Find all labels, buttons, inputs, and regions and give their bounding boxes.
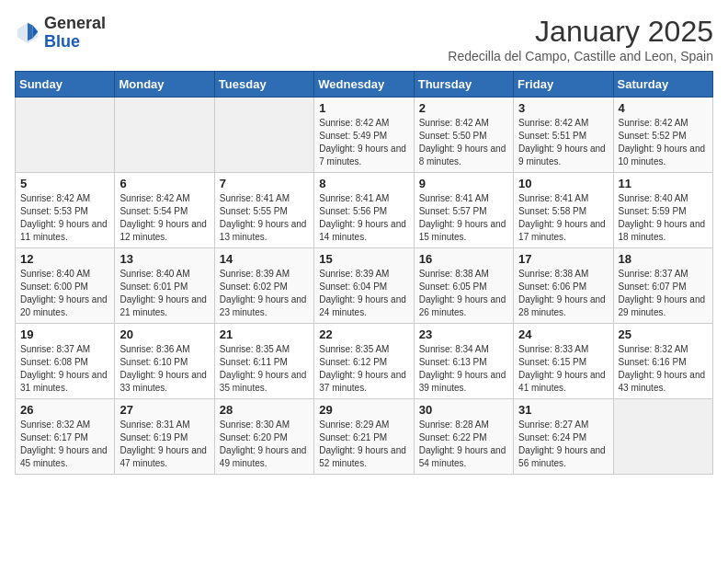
day-number: 8 — [319, 177, 408, 190]
day-cell: 18Sunrise: 8:37 AMSunset: 6:07 PMDayligh… — [613, 248, 712, 324]
day-number: 25 — [619, 327, 708, 341]
day-cell: 8Sunrise: 8:41 AMSunset: 5:56 PMDaylight… — [314, 173, 414, 248]
day-cell: 14Sunrise: 8:39 AMSunset: 6:02 PMDayligh… — [214, 248, 313, 324]
week-row-1: 1Sunrise: 8:42 AMSunset: 5:49 PMDaylight… — [16, 98, 713, 173]
day-number: 2 — [419, 101, 508, 115]
day-number: 27 — [119, 403, 209, 417]
day-cell: 17Sunrise: 8:38 AMSunset: 6:06 PMDayligh… — [514, 248, 613, 324]
day-info: Sunrise: 8:31 AMSunset: 6:19 PMDaylight:… — [119, 419, 209, 470]
day-info: Sunrise: 8:37 AMSunset: 6:07 PMDaylight:… — [619, 268, 708, 319]
day-cell: 4Sunrise: 8:42 AMSunset: 5:52 PMDaylight… — [613, 98, 712, 173]
day-cell: 21Sunrise: 8:35 AMSunset: 6:11 PMDayligh… — [214, 324, 313, 399]
day-info: Sunrise: 8:40 AMSunset: 6:01 PMDaylight:… — [119, 268, 209, 319]
day-cell: 27Sunrise: 8:31 AMSunset: 6:19 PMDayligh… — [115, 399, 214, 475]
day-info: Sunrise: 8:42 AMSunset: 5:54 PMDaylight:… — [119, 192, 209, 244]
column-header-thursday: Thursday — [414, 72, 513, 98]
day-info: Sunrise: 8:28 AMSunset: 6:22 PMDaylight:… — [419, 419, 508, 470]
title-block: January 2025 Redecilla del Campo, Castil… — [448, 15, 713, 63]
day-number: 5 — [20, 177, 109, 190]
day-cell — [16, 98, 115, 173]
week-row-5: 26Sunrise: 8:32 AMSunset: 6:17 PMDayligh… — [16, 399, 713, 475]
day-info: Sunrise: 8:41 AMSunset: 5:56 PMDaylight:… — [319, 192, 408, 244]
day-cell: 30Sunrise: 8:28 AMSunset: 6:22 PMDayligh… — [414, 399, 513, 475]
day-cell: 5Sunrise: 8:42 AMSunset: 5:53 PMDaylight… — [16, 173, 115, 248]
day-number: 22 — [319, 327, 408, 341]
day-info: Sunrise: 8:40 AMSunset: 6:00 PMDaylight:… — [20, 268, 109, 319]
week-row-3: 12Sunrise: 8:40 AMSunset: 6:00 PMDayligh… — [16, 248, 713, 324]
day-cell: 22Sunrise: 8:35 AMSunset: 6:12 PMDayligh… — [314, 324, 414, 399]
column-header-friday: Friday — [514, 72, 613, 98]
day-number: 31 — [518, 403, 608, 417]
week-row-4: 19Sunrise: 8:37 AMSunset: 6:08 PMDayligh… — [16, 324, 713, 399]
day-info: Sunrise: 8:34 AMSunset: 6:13 PMDaylight:… — [419, 343, 508, 395]
day-number: 23 — [419, 327, 508, 341]
logo-text: General Blue — [44, 15, 106, 52]
day-number: 18 — [619, 252, 708, 266]
day-cell: 19Sunrise: 8:37 AMSunset: 6:08 PMDayligh… — [16, 324, 115, 399]
day-info: Sunrise: 8:37 AMSunset: 6:08 PMDaylight:… — [20, 343, 109, 395]
column-header-wednesday: Wednesday — [314, 72, 414, 98]
day-cell: 9Sunrise: 8:41 AMSunset: 5:57 PMDaylight… — [414, 173, 513, 248]
day-number: 21 — [220, 327, 309, 341]
day-info: Sunrise: 8:27 AMSunset: 6:24 PMDaylight:… — [518, 419, 608, 470]
day-cell: 3Sunrise: 8:42 AMSunset: 5:51 PMDaylight… — [514, 98, 613, 173]
day-cell: 10Sunrise: 8:41 AMSunset: 5:58 PMDayligh… — [514, 173, 613, 248]
day-info: Sunrise: 8:42 AMSunset: 5:51 PMDaylight:… — [518, 117, 608, 168]
day-info: Sunrise: 8:39 AMSunset: 6:02 PMDaylight:… — [220, 268, 309, 319]
day-number: 4 — [619, 101, 708, 115]
day-cell: 23Sunrise: 8:34 AMSunset: 6:13 PMDayligh… — [414, 324, 513, 399]
day-cell: 25Sunrise: 8:32 AMSunset: 6:16 PMDayligh… — [613, 324, 712, 399]
day-cell — [115, 98, 214, 173]
column-header-sunday: Sunday — [16, 72, 115, 98]
day-number: 13 — [119, 252, 209, 266]
day-info: Sunrise: 8:32 AMSunset: 6:17 PMDaylight:… — [20, 419, 109, 470]
day-cell: 11Sunrise: 8:40 AMSunset: 5:59 PMDayligh… — [613, 173, 712, 248]
calendar-header: SundayMondayTuesdayWednesdayThursdayFrid… — [16, 72, 713, 98]
day-cell: 1Sunrise: 8:42 AMSunset: 5:49 PMDaylight… — [314, 98, 414, 173]
day-cell: 6Sunrise: 8:42 AMSunset: 5:54 PMDaylight… — [115, 173, 214, 248]
day-cell: 2Sunrise: 8:42 AMSunset: 5:50 PMDaylight… — [414, 98, 513, 173]
day-info: Sunrise: 8:36 AMSunset: 6:10 PMDaylight:… — [119, 343, 209, 395]
day-cell: 31Sunrise: 8:27 AMSunset: 6:24 PMDayligh… — [514, 399, 613, 475]
calendar-table: SundayMondayTuesdayWednesdayThursdayFrid… — [15, 71, 713, 475]
day-info: Sunrise: 8:35 AMSunset: 6:11 PMDaylight:… — [220, 343, 309, 395]
day-info: Sunrise: 8:39 AMSunset: 6:04 PMDaylight:… — [319, 268, 408, 319]
calendar-title: January 2025 — [448, 15, 713, 49]
day-number: 1 — [319, 101, 408, 115]
day-cell: 15Sunrise: 8:39 AMSunset: 6:04 PMDayligh… — [314, 248, 414, 324]
day-cell — [613, 399, 712, 475]
day-info: Sunrise: 8:32 AMSunset: 6:16 PMDaylight:… — [619, 343, 708, 395]
day-number: 14 — [220, 252, 309, 266]
day-info: Sunrise: 8:41 AMSunset: 5:55 PMDaylight:… — [220, 192, 309, 244]
column-header-tuesday: Tuesday — [214, 72, 313, 98]
day-info: Sunrise: 8:29 AMSunset: 6:21 PMDaylight:… — [319, 419, 408, 470]
day-number: 24 — [518, 327, 608, 341]
calendar-body: 1Sunrise: 8:42 AMSunset: 5:49 PMDaylight… — [16, 98, 713, 475]
day-number: 7 — [220, 177, 309, 190]
day-info: Sunrise: 8:41 AMSunset: 5:58 PMDaylight:… — [518, 192, 608, 244]
column-header-saturday: Saturday — [613, 72, 712, 98]
logo: General Blue — [15, 15, 106, 52]
day-cell — [214, 98, 313, 173]
day-info: Sunrise: 8:42 AMSunset: 5:50 PMDaylight:… — [419, 117, 508, 168]
day-cell: 26Sunrise: 8:32 AMSunset: 6:17 PMDayligh… — [16, 399, 115, 475]
day-number: 9 — [419, 177, 508, 190]
day-number: 3 — [518, 101, 608, 115]
day-cell: 28Sunrise: 8:30 AMSunset: 6:20 PMDayligh… — [214, 399, 313, 475]
header-row: SundayMondayTuesdayWednesdayThursdayFrid… — [16, 72, 713, 98]
day-cell: 20Sunrise: 8:36 AMSunset: 6:10 PMDayligh… — [115, 324, 214, 399]
day-info: Sunrise: 8:41 AMSunset: 5:57 PMDaylight:… — [419, 192, 508, 244]
day-cell: 13Sunrise: 8:40 AMSunset: 6:01 PMDayligh… — [115, 248, 214, 324]
day-number: 20 — [119, 327, 209, 341]
day-info: Sunrise: 8:40 AMSunset: 5:59 PMDaylight:… — [619, 192, 708, 244]
day-number: 17 — [518, 252, 608, 266]
day-number: 15 — [319, 252, 408, 266]
day-number: 26 — [20, 403, 109, 417]
day-number: 30 — [419, 403, 508, 417]
day-cell: 24Sunrise: 8:33 AMSunset: 6:15 PMDayligh… — [514, 324, 613, 399]
column-header-monday: Monday — [115, 72, 214, 98]
page-header: General Blue January 2025 Redecilla del … — [15, 15, 713, 63]
day-cell: 7Sunrise: 8:41 AMSunset: 5:55 PMDaylight… — [214, 173, 313, 248]
day-info: Sunrise: 8:35 AMSunset: 6:12 PMDaylight:… — [319, 343, 408, 395]
day-cell: 29Sunrise: 8:29 AMSunset: 6:21 PMDayligh… — [314, 399, 414, 475]
